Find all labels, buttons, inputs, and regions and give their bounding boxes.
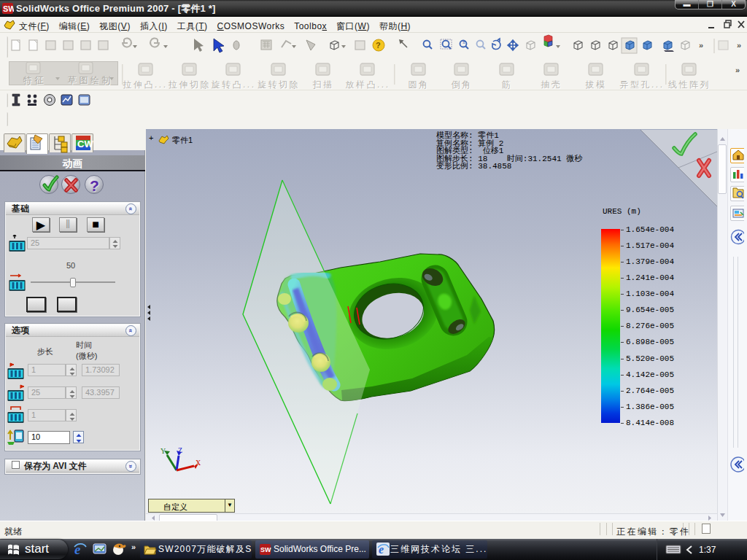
svg-text:»: » xyxy=(735,66,740,74)
svg-text:?: ? xyxy=(376,41,381,50)
svg-text:?: ? xyxy=(90,177,99,194)
svg-text:±: ± xyxy=(462,39,465,44)
svg-text:Y: Y xyxy=(160,447,166,455)
svg-text:»: » xyxy=(737,41,741,50)
svg-text:CW: CW xyxy=(77,139,93,149)
svg-text:X: X xyxy=(196,459,201,467)
svg-text:SW: SW xyxy=(260,546,271,553)
svg-text:Z: Z xyxy=(178,446,182,454)
svg-text:»: » xyxy=(131,542,136,551)
svg-text:SW: SW xyxy=(3,4,14,13)
svg-text:»: » xyxy=(699,41,703,50)
